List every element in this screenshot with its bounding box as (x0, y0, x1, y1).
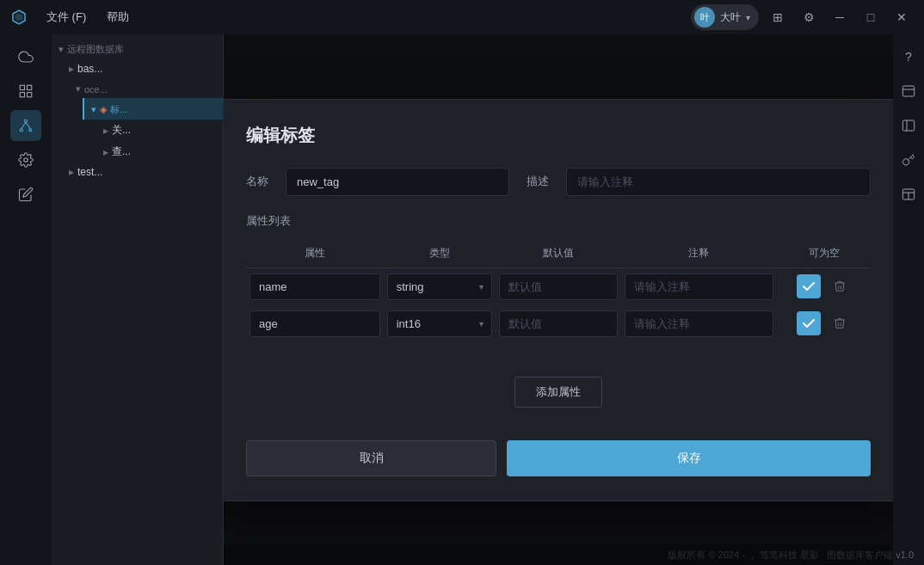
right-collapse-icon[interactable] (893, 76, 924, 107)
prop-name-input-1[interactable] (249, 310, 380, 337)
props-section-label: 属性列表 (246, 213, 871, 229)
tree-item-label: oce... (84, 84, 108, 95)
dialog-title: 编辑标签 (246, 124, 871, 147)
tree-item-query[interactable]: ▸ 查... (96, 141, 223, 163)
tree-section-label: 远程图数据库 (67, 43, 124, 56)
cancel-button[interactable]: 取消 (246, 440, 496, 476)
app-logo (10, 9, 28, 26)
tree-item-oce[interactable]: ▾ oce... (69, 78, 223, 98)
prop-type-wrapper-0: string int8 int16 int32 int64 float doub… (387, 273, 493, 300)
menu-file[interactable]: 文件 (F) (38, 6, 95, 28)
chevron-down-icon: ▾ (76, 83, 81, 95)
tree-panel: ▾ 远程图数据库 ▸ bas... ▾ oce... ▾ ◈ 标... (52, 34, 224, 565)
tree-item-label: bas... (77, 63, 102, 75)
edit-tag-dialog: 编辑标签 名称 描述 属性列表 属性 类型 默认值 (224, 99, 893, 501)
chevron-right-icon: ▸ (103, 125, 108, 137)
table-row: string int8 int16 int32 int64 float doub… (246, 267, 871, 305)
tree-item-label: 关... (112, 123, 131, 138)
sidebar-grid[interactable] (10, 76, 41, 107)
sidebar-cloud[interactable] (10, 41, 41, 72)
prop-nullable-cell-1 (780, 311, 867, 335)
tree-item-relation[interactable]: ▸ 关... (96, 120, 223, 141)
right-table-icon[interactable] (893, 179, 924, 210)
chevron-down-icon: ▾ (59, 44, 64, 55)
main-layout: ▾ 远程图数据库 ▸ bas... ▾ oce... ▾ ◈ 标... (0, 34, 924, 565)
prop-note-input-0[interactable] (625, 273, 774, 300)
svg-point-6 (25, 120, 28, 122)
desc-input[interactable] (566, 168, 871, 196)
form-row-name-desc: 名称 描述 (246, 168, 871, 196)
tree-item-label: 标... (110, 103, 127, 116)
prop-note-input-1[interactable] (625, 310, 774, 337)
user-dropdown-icon: ▾ (746, 13, 750, 22)
nullable-check-1[interactable] (797, 311, 821, 335)
add-prop-area: 添加属性 (246, 359, 871, 433)
maximize-button[interactable]: □ (859, 5, 883, 29)
svg-rect-3 (28, 85, 32, 89)
tree-nav: ▾ 远程图数据库 ▸ bas... ▾ oce... ▾ ◈ 标... (52, 34, 223, 185)
tree-item-test[interactable]: ▸ test... (52, 163, 223, 181)
name-label: 名称 (246, 174, 268, 189)
save-button[interactable]: 保存 (507, 440, 871, 476)
prop-default-input-1[interactable] (499, 310, 617, 337)
pin-icon[interactable]: ⊞ (766, 5, 790, 29)
user-badge[interactable]: 叶 大叶 ▾ (691, 4, 759, 30)
nullable-check-0[interactable] (797, 274, 821, 298)
svg-rect-12 (902, 86, 914, 96)
prop-type-select-0[interactable]: string int8 int16 int32 int64 float doub… (387, 273, 493, 300)
user-name: 大叶 (720, 10, 741, 25)
name-input[interactable] (286, 168, 509, 196)
chevron-right-icon: ▸ (69, 63, 74, 75)
right-sidebar: ? (893, 34, 924, 565)
minimize-button[interactable]: ─ (828, 5, 852, 29)
sidebar-graph[interactable] (10, 110, 41, 141)
chevron-right-icon: ▸ (103, 146, 108, 158)
tree-item-bas[interactable]: ▸ bas... (52, 59, 223, 78)
titlebar-right: 叶 大叶 ▾ ⊞ ⚙ ─ □ ✕ (691, 4, 914, 30)
svg-marker-1 (15, 13, 23, 21)
svg-rect-5 (20, 93, 24, 97)
table-row: string int8 int16 int32 int64 float doub… (246, 305, 871, 342)
tree-item-label: test... (77, 166, 102, 178)
avatar: 叶 (694, 7, 715, 28)
svg-point-7 (20, 129, 22, 132)
sidebar-settings[interactable] (10, 144, 41, 175)
tree-item-tag[interactable]: ▾ ◈ 标... (83, 98, 223, 120)
sidebar-edit[interactable] (10, 179, 41, 210)
prop-default-input-0[interactable] (499, 273, 617, 300)
svg-point-8 (29, 129, 32, 132)
desc-label: 描述 (527, 174, 549, 189)
right-expand-icon[interactable] (893, 110, 924, 141)
tag-icon: ◈ (100, 104, 107, 115)
svg-rect-2 (20, 85, 24, 89)
delete-prop-0[interactable] (828, 274, 852, 298)
prop-name-input-0[interactable] (249, 273, 380, 300)
dialog-footer: 取消 保存 (246, 440, 871, 476)
dialog-overlay: 编辑标签 名称 描述 属性列表 属性 类型 默认值 (224, 34, 893, 565)
settings-icon[interactable]: ⚙ (797, 5, 821, 29)
right-key-icon[interactable] (893, 144, 924, 175)
svg-line-9 (22, 122, 26, 129)
close-button[interactable]: ✕ (890, 5, 914, 29)
add-property-button[interactable]: 添加属性 (514, 377, 602, 408)
col-header-default: 默认值 (496, 239, 620, 268)
col-header-note: 注释 (621, 239, 778, 268)
left-sidebar (0, 34, 52, 565)
chevron-down-icon: ▾ (91, 104, 96, 115)
titlebar: 文件 (F) 帮助 叶 大叶 ▾ ⊞ ⚙ ─ □ ✕ (0, 0, 924, 34)
prop-type-select-1[interactable]: string int8 int16 int32 int64 float doub… (387, 310, 493, 337)
menu-bar: 文件 (F) 帮助 (38, 6, 691, 28)
menu-help[interactable]: 帮助 (98, 6, 138, 28)
tree-section-remote-db[interactable]: ▾ 远程图数据库 (52, 38, 223, 59)
delete-prop-1[interactable] (828, 311, 852, 335)
svg-rect-4 (28, 93, 32, 97)
col-header-type: 类型 (384, 239, 496, 268)
svg-point-11 (24, 158, 28, 163)
content-area: 编辑标签 名称 描述 属性列表 属性 类型 默认值 (224, 34, 893, 565)
col-header-name: 属性 (246, 239, 384, 268)
right-help-icon[interactable]: ? (893, 41, 924, 72)
prop-type-wrapper-1: string int8 int16 int32 int64 float doub… (387, 310, 493, 337)
properties-table: 属性 类型 默认值 注释 可为空 (246, 239, 871, 342)
prop-nullable-cell-0 (780, 274, 867, 298)
svg-line-10 (26, 122, 30, 129)
